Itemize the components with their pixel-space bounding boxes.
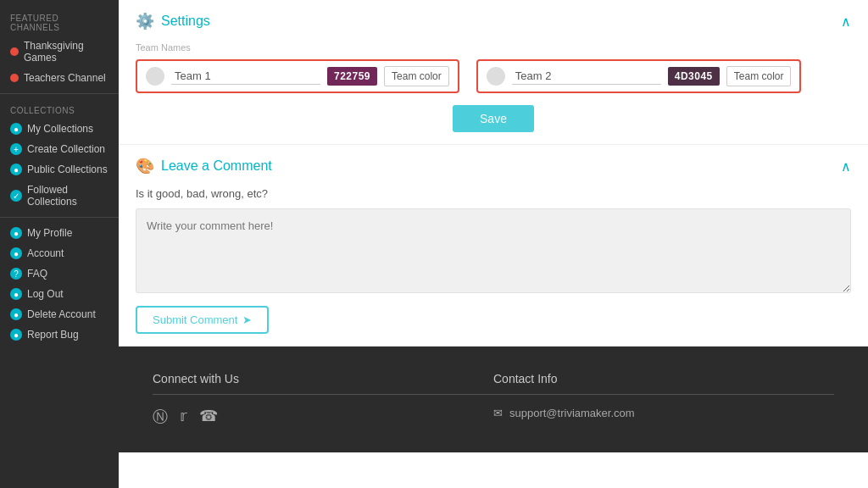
sidebar-item-label: FAQ — [27, 268, 47, 280]
facebook-icon[interactable]: Ⓝ — [153, 407, 168, 427]
team2-color-badge: 4D3045 — [668, 67, 720, 86]
sidebar-divider — [0, 93, 119, 94]
sidebar-divider-2 — [0, 217, 119, 218]
teams-row: 722759 Team color 4D3045 Team color — [136, 59, 851, 93]
comment-section: 🎨 Leave a Comment ∧ Is it good, bad, wro… — [119, 145, 868, 347]
delete-account-icon: ● — [10, 308, 22, 320]
sidebar-featured-label: Featured Channels — [0, 7, 119, 36]
comment-header: 🎨 Leave a Comment ∧ — [136, 157, 851, 175]
twitter-icon[interactable]: 𝕣 — [180, 407, 187, 427]
team1-color-badge: 722759 — [327, 67, 377, 86]
logout-icon: ● — [10, 288, 22, 300]
public-collections-icon: ● — [10, 164, 22, 175]
team1-color-button[interactable]: Team color — [384, 66, 449, 86]
settings-section: ⚙️ Settings ∧ Team Names 722759 Team col… — [119, 0, 868, 145]
footer-connect-col: Connect with Us Ⓝ 𝕣 ☎ — [153, 372, 493, 427]
comment-title: 🎨 Leave a Comment — [136, 157, 272, 175]
sidebar-item-public-collections[interactable]: ● Public Collections — [0, 159, 119, 180]
settings-title: ⚙️ Settings — [136, 12, 210, 30]
sidebar-dot — [10, 47, 19, 56]
sidebar-item-label: Followed Collections — [27, 184, 108, 208]
comment-collapse-button[interactable]: ∧ — [841, 158, 851, 175]
settings-icon: ⚙️ — [136, 12, 154, 30]
footer-contact-title: Contact Info — [493, 372, 834, 385]
sidebar-dot — [10, 74, 19, 82]
submit-label: Submit Comment — [153, 313, 237, 326]
comment-textarea[interactable] — [136, 208, 851, 293]
sidebar-item-delete-account[interactable]: ● Delete Account — [0, 304, 119, 324]
sidebar-item-label: Report Bug — [27, 329, 79, 341]
sidebar-item-create-collection[interactable]: + Create Collection — [0, 139, 119, 159]
submit-comment-button[interactable]: Submit Comment ➤ — [136, 306, 269, 334]
footer-social: Ⓝ 𝕣 ☎ — [153, 407, 493, 427]
sidebar-item-label: Log Out — [27, 288, 64, 300]
team1-box: 722759 Team color — [136, 59, 459, 93]
save-row: Save — [136, 105, 851, 132]
team2-input[interactable] — [512, 68, 661, 85]
sidebar-item-faq[interactable]: ? FAQ — [0, 263, 119, 284]
email-icon: ✉ — [493, 407, 503, 419]
sidebar-item-label: Public Collections — [27, 164, 108, 175]
sidebar-item-my-profile[interactable]: ● My Profile — [0, 223, 119, 243]
team2-box: 4D3045 Team color — [476, 59, 802, 93]
faq-icon: ? — [10, 268, 22, 280]
sidebar-item-label: Teachers Channel — [24, 72, 106, 84]
settings-collapse-button[interactable]: ∧ — [841, 14, 851, 30]
settings-header: ⚙️ Settings ∧ — [136, 12, 851, 30]
footer-divider-left — [153, 394, 493, 395]
team-names-label: Team Names — [136, 42, 851, 53]
footer-contact-col: Contact Info ✉ support@triviamaker.com — [493, 372, 834, 427]
team2-color-button[interactable]: Team color — [726, 66, 792, 86]
sidebar-item-logout[interactable]: ● Log Out — [0, 284, 119, 304]
sidebar: Featured Channels Thanksgiving Games Tea… — [0, 0, 119, 488]
main-content: ⚙️ Settings ∧ Team Names 722759 Team col… — [119, 0, 868, 488]
instagram-icon[interactable]: ☎ — [199, 407, 218, 427]
sidebar-item-teachers[interactable]: Teachers Channel — [0, 68, 119, 88]
followed-collections-icon: ✓ — [10, 190, 22, 202]
my-collections-icon: ● — [10, 123, 22, 135]
team1-circle — [146, 67, 164, 86]
comment-icon: 🎨 — [136, 157, 154, 175]
footer-email: ✉ support@triviamaker.com — [493, 407, 834, 419]
team2-circle — [487, 67, 505, 86]
footer-divider-right — [493, 394, 834, 395]
footer: Connect with Us Ⓝ 𝕣 ☎ Contact Info ✉ sup… — [119, 347, 868, 452]
sidebar-item-label: Create Collection — [27, 143, 105, 155]
comment-question: Is it good, bad, wrong, etc? — [136, 187, 851, 200]
footer-connect-title: Connect with Us — [153, 372, 493, 385]
create-collection-icon: + — [10, 143, 22, 155]
sidebar-item-label: Delete Account — [27, 308, 96, 320]
email-address: support@triviamaker.com — [509, 407, 635, 419]
sidebar-item-account[interactable]: ● Account — [0, 243, 119, 263]
sidebar-item-label: My Collections — [27, 123, 93, 135]
sidebar-item-followed-collections[interactable]: ✓ Followed Collections — [0, 180, 119, 212]
send-icon: ➤ — [242, 313, 252, 326]
sidebar-item-my-collections[interactable]: ● My Collections — [0, 119, 119, 139]
my-profile-icon: ● — [10, 227, 22, 239]
sidebar-item-label: My Profile — [27, 227, 72, 239]
sidebar-item-thanksgiving[interactable]: Thanksgiving Games — [0, 36, 119, 68]
sidebar-item-report-bug[interactable]: ● Report Bug — [0, 324, 119, 345]
sidebar-collections-label: Collections — [0, 99, 119, 119]
sidebar-item-label: Account — [27, 247, 64, 259]
sidebar-item-label: Thanksgiving Games — [24, 40, 108, 64]
report-bug-icon: ● — [10, 329, 22, 341]
team1-input[interactable] — [171, 68, 320, 85]
save-button[interactable]: Save — [453, 105, 534, 132]
account-icon: ● — [10, 247, 22, 259]
